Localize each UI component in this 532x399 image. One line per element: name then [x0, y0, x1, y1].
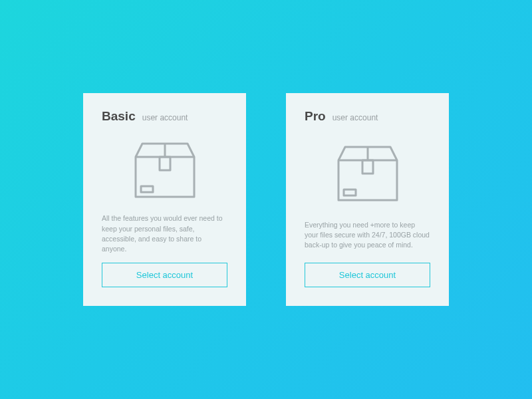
svg-rect-2 [160, 157, 170, 170]
plan-card-header: Basic user account [102, 109, 227, 124]
plan-title: Pro [305, 109, 326, 124]
svg-rect-4 [338, 160, 397, 200]
plan-icon-wrap [305, 133, 430, 212]
plan-description: All the features you would ever need to … [102, 213, 227, 251]
plan-subtitle: user account [142, 113, 188, 122]
svg-rect-3 [141, 186, 153, 192]
svg-rect-0 [136, 157, 194, 197]
svg-rect-6 [362, 160, 373, 174]
select-account-button[interactable]: Select account [305, 263, 430, 287]
plan-icon-wrap [102, 133, 227, 205]
svg-rect-7 [344, 190, 356, 196]
plan-card-pro: Pro user account Everything you need +mo… [286, 93, 449, 306]
plan-title: Basic [102, 109, 136, 124]
plan-description: Everything you need +more to keep your f… [305, 220, 430, 251]
plan-subtitle: user account [332, 113, 378, 122]
package-box-icon [132, 140, 198, 200]
select-account-button[interactable]: Select account [102, 263, 227, 287]
package-box-icon [334, 143, 401, 203]
plan-card-basic: Basic user account All the features you … [83, 93, 246, 306]
plan-card-header: Pro user account [305, 109, 430, 124]
